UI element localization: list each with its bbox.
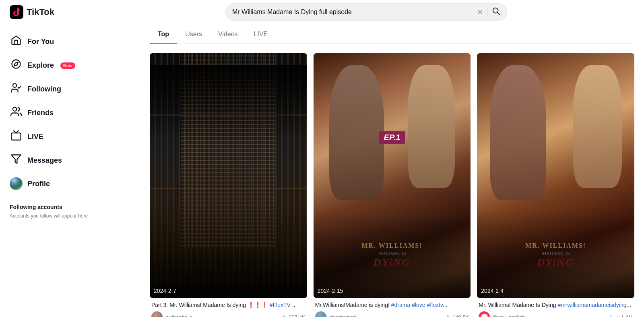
- profile-avatar: [10, 177, 23, 190]
- svg-marker-4: [14, 62, 18, 66]
- svg-point-6: [13, 108, 17, 111]
- flextv-logo-inner: [481, 314, 488, 317]
- play-icon-2: ▷: [447, 314, 451, 317]
- svg-line-2: [497, 12, 500, 15]
- video-info-1: Part 3: Mr. Williams! Madame Is dying ❗❗…: [150, 298, 307, 317]
- hashtag-flextv-1: #FlexTV: [270, 302, 291, 308]
- video-views-2: ▷ 149.5K: [447, 314, 469, 317]
- main-layout: For You Explore New Following: [0, 24, 644, 317]
- svg-rect-7: [11, 133, 21, 140]
- hashtag-3: #mrwilliamsmadameisdying: [557, 302, 626, 308]
- following-accounts-subtitle: Accounts you follow will appear here: [10, 213, 130, 220]
- video-views-3: ▷ 1.4M: [616, 314, 633, 317]
- verified-icon-3: ✓: [608, 314, 613, 317]
- video-card-2[interactable]: EP.1 MR. WILLIAMS! MADAME IS DYiNG 2024-…: [314, 53, 471, 317]
- sidebar: For You Explore New Following: [0, 24, 140, 317]
- video-date-3: 2024-2-4: [481, 288, 504, 294]
- tab-top[interactable]: Top: [150, 24, 177, 44]
- sidebar-item-following[interactable]: Following: [3, 78, 136, 100]
- sidebar-item-friends[interactable]: Friends: [3, 102, 136, 124]
- play-icon-3: ▷: [616, 314, 619, 317]
- search-tabs: Top Users Videos LIVE: [150, 24, 634, 44]
- search-bar: ✕: [225, 3, 507, 21]
- video-views-1: ▷ 327.4K: [283, 314, 305, 317]
- following-icon: [10, 82, 23, 96]
- live-icon: [10, 130, 23, 144]
- sidebar-item-explore[interactable]: Explore New: [3, 54, 136, 77]
- fence-scene-artwork: [150, 53, 307, 298]
- play-icon-1: ▷: [283, 314, 287, 317]
- video-meta-3: flextv_english ✓ ▷ 1.4M: [479, 311, 633, 317]
- sidebar-item-friends-label: Friends: [27, 109, 54, 117]
- video-card-3[interactable]: MR. WILLIAMS! MADAME IS DYiNG 2024-2-4 M…: [477, 53, 634, 317]
- video-date-2: 2024-2-15: [318, 288, 343, 294]
- friends-icon: [10, 106, 23, 120]
- sidebar-item-profile-label: Profile: [27, 180, 50, 188]
- tab-live[interactable]: LIVE: [246, 24, 276, 44]
- sidebar-item-for-you[interactable]: For You: [3, 31, 136, 53]
- search-clear-button[interactable]: ✕: [477, 8, 483, 17]
- sidebar-item-profile[interactable]: Profile: [3, 173, 136, 194]
- sidebar-item-messages[interactable]: Messages: [3, 149, 136, 172]
- sidebar-item-messages-label: Messages: [27, 156, 62, 165]
- views-count-2: 149.5K: [452, 314, 469, 317]
- home-icon: [10, 35, 23, 49]
- tab-videos[interactable]: Videos: [210, 24, 246, 44]
- video-title-2: Mr.Williams!Madame is dying! #drama #lov…: [315, 301, 469, 309]
- video-title-3: Mr. Williams! Madame Is Dying #mrwilliam…: [479, 301, 633, 309]
- explore-icon: [10, 58, 23, 73]
- header: TikTok ✕: [0, 0, 644, 24]
- search-input[interactable]: [232, 8, 477, 16]
- video-grid: 2024-2-7 Part 3: Mr. Williams! Madame Is…: [150, 50, 634, 317]
- author-avatar-2: [315, 311, 326, 317]
- svg-rect-0: [10, 5, 23, 19]
- author-name-2: shortromari...: [330, 314, 444, 317]
- following-accounts-section: Following accounts Accounts you follow w…: [3, 197, 136, 223]
- following-accounts-title: Following accounts: [10, 204, 130, 210]
- messages-icon: [10, 153, 23, 168]
- author-name-1: authentic_s...: [166, 314, 280, 317]
- svg-marker-8: [11, 155, 21, 164]
- views-count-3: 1.4M: [621, 314, 633, 317]
- sidebar-item-for-you-label: For You: [27, 37, 54, 46]
- video-thumbnail-1: 2024-2-7: [150, 53, 307, 298]
- video-card-1[interactable]: 2024-2-7 Part 3: Mr. Williams! Madame Is…: [150, 53, 307, 317]
- sidebar-item-live-label: LIVE: [27, 133, 43, 141]
- video-title-1: Part 3: Mr. Williams! Madame Is dying ❗❗…: [151, 301, 305, 309]
- sidebar-item-following-label: Following: [27, 85, 61, 93]
- author-avatar-3: [479, 311, 490, 317]
- sidebar-item-live[interactable]: LIVE: [3, 126, 136, 148]
- video-info-2: Mr.Williams!Madame is dying! #drama #lov…: [314, 298, 471, 317]
- ep-badge: EP.1: [379, 131, 405, 144]
- author-name-3: flextv_english: [493, 314, 605, 317]
- views-count-1: 327.4K: [289, 314, 305, 317]
- video-thumbnail-2: EP.1 MR. WILLIAMS! MADAME IS DYiNG 2024-…: [314, 53, 471, 298]
- tab-users[interactable]: Users: [177, 24, 210, 44]
- search-submit-button[interactable]: [491, 6, 500, 17]
- logo-text: TikTok: [27, 7, 54, 17]
- hashtag-drama-2: #drama #love #flextv: [391, 302, 443, 308]
- svg-point-3: [12, 60, 21, 68]
- author-avatar-1: [151, 311, 163, 317]
- explore-new-badge: New: [60, 62, 75, 69]
- video-meta-1: authentic_s... ▷ 327.4K: [151, 311, 305, 317]
- sidebar-item-explore-label: Explore: [27, 61, 54, 70]
- logo-area[interactable]: TikTok: [10, 5, 90, 19]
- tiktok-icon: [10, 5, 23, 19]
- video-date-1: 2024-2-7: [154, 288, 176, 294]
- video-info-3: Mr. Williams! Madame Is Dying #mrwilliam…: [477, 298, 634, 317]
- search-divider: [487, 7, 487, 17]
- video-thumbnail-3: MR. WILLIAMS! MADAME IS DYiNG 2024-2-4: [477, 53, 634, 298]
- video-meta-2: shortromari... ▷ 149.5K: [315, 311, 469, 317]
- main-content: Top Users Videos LIVE: [140, 24, 644, 317]
- svg-point-5: [13, 84, 17, 87]
